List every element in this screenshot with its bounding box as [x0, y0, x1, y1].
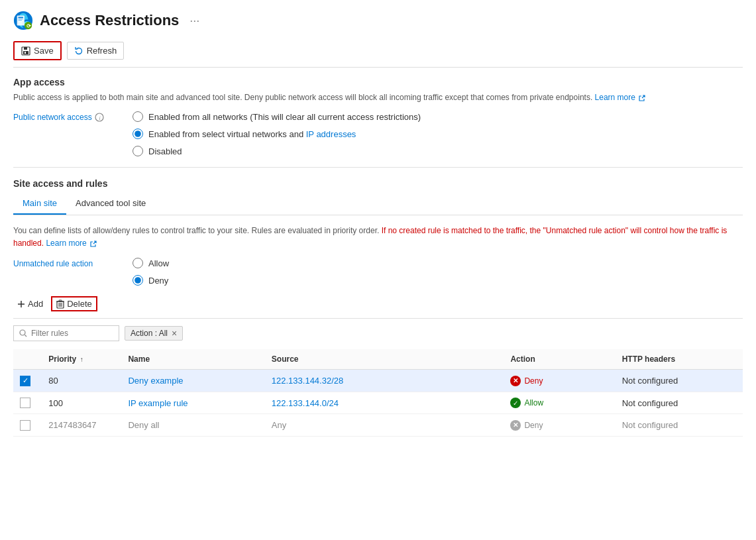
radio-enabled-select-input[interactable]	[133, 129, 143, 139]
table-row[interactable]: ✓ 80 Deny example 122.133.144.32/28	[13, 370, 743, 392]
table-header: Priority ↑ Name Source Action HTTP heade…	[13, 349, 743, 370]
svg-point-25	[20, 330, 25, 335]
row2-name-link[interactable]: IP example rule	[128, 398, 188, 408]
tab-main-site[interactable]: Main site	[13, 193, 66, 215]
row1-http: Not configured	[616, 370, 743, 392]
unmatched-rule-label: Unmatched rule action	[13, 258, 119, 268]
external-link-icon	[639, 95, 645, 101]
svg-rect-8	[19, 20, 23, 21]
radio-allow[interactable]: Allow	[133, 258, 169, 268]
table-row[interactable]: 2147483647 Deny all Any ✕ Deny Not confi…	[13, 414, 743, 437]
th-source: Source	[265, 349, 504, 370]
rules-table: Priority ↑ Name Source Action HTTP heade…	[13, 349, 743, 437]
rules-external-link-icon	[90, 241, 97, 247]
radio-enabled-all-input[interactable]	[133, 111, 143, 122]
allow-icon: ✓	[510, 398, 521, 408]
row3-checkbox-cell	[13, 414, 42, 437]
app-access-title: App access	[13, 77, 743, 87]
svg-rect-7	[19, 19, 24, 19]
row2-action-badge: ✓ Allow	[510, 398, 543, 408]
page-title: Access Restrictions	[40, 12, 179, 29]
svg-text:⟳: ⟳	[27, 23, 31, 29]
svg-rect-12	[24, 47, 27, 50]
th-priority[interactable]: Priority ↑	[42, 349, 121, 370]
row1-priority: 80	[42, 370, 121, 392]
radio-disabled[interactable]: Disabled	[133, 146, 421, 156]
svg-rect-14	[25, 52, 26, 54]
rules-info-part1: You can define lists of allow/deny rules…	[13, 226, 379, 235]
row1-action: ✕ Deny	[504, 370, 615, 392]
row3-source: Any	[265, 414, 504, 437]
sort-arrow-icon: ↑	[80, 356, 83, 363]
info-icon: i	[95, 113, 104, 122]
page-header: ⬆ ⟳ Access Restrictions ···	[13, 11, 743, 30]
section-divider-1	[13, 167, 743, 168]
app-access-info-text: Public access is applied to both main si…	[13, 93, 592, 102]
radio-enabled-all-label: Enabled from all networks (This will cle…	[148, 112, 421, 122]
delete-button[interactable]: Delete	[51, 296, 97, 311]
save-label: Save	[34, 46, 54, 56]
filter-row: Action : All ×	[13, 325, 743, 341]
radio-enabled-select[interactable]: Enabled from select virtual networks and…	[133, 129, 421, 139]
tab-advanced-tool-site[interactable]: Advanced tool site	[66, 193, 155, 215]
row1-action-badge: ✕ Deny	[510, 376, 543, 386]
radio-allow-input[interactable]	[133, 258, 143, 268]
row2-priority: 100	[42, 392, 121, 414]
row1-name: Deny example	[121, 370, 264, 392]
row2-action: ✓ Allow	[504, 392, 615, 414]
radio-disabled-input[interactable]	[133, 146, 143, 156]
row1-source: 122.133.144.32/28	[265, 370, 504, 392]
rules-info: You can define lists of allow/deny rules…	[13, 225, 743, 250]
trash-icon	[56, 299, 64, 309]
row1-source-link[interactable]: 122.133.144.32/28	[272, 376, 343, 386]
th-action-label: Action	[510, 354, 535, 364]
radio-deny-label: Deny	[148, 276, 168, 286]
filter-tag-label: Action : All	[131, 329, 168, 338]
row3-action-badge: ✕ Deny	[510, 420, 543, 431]
unmatched-radio-group: Allow Deny	[133, 258, 169, 286]
header-more-options[interactable]: ···	[189, 14, 199, 28]
filter-rules-input[interactable]	[31, 329, 111, 338]
table-body: ✓ 80 Deny example 122.133.144.32/28	[13, 370, 743, 437]
table-row[interactable]: 100 IP example rule 122.133.144.0/24 ✓ A…	[13, 392, 743, 414]
save-button[interactable]: Save	[13, 41, 62, 60]
refresh-label: Refresh	[87, 46, 117, 56]
add-button[interactable]: Add	[13, 296, 47, 311]
row3-checkbox[interactable]	[20, 420, 30, 431]
row2-source-link[interactable]: 122.133.144.0/24	[272, 398, 339, 408]
page-container: ⬆ ⟳ Access Restrictions ··· Save	[0, 0, 756, 447]
deny-dim-icon: ✕	[510, 420, 521, 431]
radio-enabled-select-label: Enabled from select virtual networks and…	[148, 129, 356, 139]
radio-allow-label: Allow	[148, 258, 169, 268]
filter-input-wrapper[interactable]	[13, 325, 119, 341]
add-delete-toolbar: Add Delete	[13, 296, 743, 319]
ip-addresses-link[interactable]: IP addresses	[306, 129, 356, 139]
th-checkbox	[13, 349, 42, 370]
radio-disabled-label: Disabled	[148, 146, 182, 156]
row2-http: Not configured	[616, 392, 743, 414]
svg-line-26	[25, 335, 27, 337]
row3-priority: 2147483647	[42, 414, 121, 437]
deny-icon: ✕	[510, 376, 521, 386]
th-http-label: HTTP headers	[622, 354, 675, 364]
refresh-icon	[74, 46, 83, 56]
radio-enabled-all[interactable]: Enabled from all networks (This will cle…	[133, 111, 421, 122]
site-tabs: Main site Advanced tool site	[13, 193, 743, 215]
refresh-button[interactable]: Refresh	[67, 42, 125, 60]
svg-text:i: i	[99, 115, 100, 121]
radio-deny[interactable]: Deny	[133, 275, 169, 286]
azure-logo-icon: ⬆ ⟳	[13, 11, 33, 30]
filter-tag-close[interactable]: ×	[172, 329, 177, 338]
row2-source: 122.133.144.0/24	[265, 392, 504, 414]
row1-name-link[interactable]: Deny example	[128, 376, 183, 386]
search-icon	[19, 329, 27, 337]
rules-learn-more[interactable]: Learn more	[46, 239, 86, 248]
row1-checkbox[interactable]: ✓	[20, 376, 30, 386]
th-http-headers: HTTP headers	[616, 349, 743, 370]
app-access-learn-more[interactable]: Learn more	[595, 93, 635, 102]
radio-deny-input[interactable]	[133, 275, 143, 286]
row2-checkbox[interactable]	[20, 398, 30, 408]
site-access-title: Site access and rules	[13, 178, 743, 189]
save-icon	[21, 46, 30, 56]
plus-icon	[17, 300, 25, 308]
